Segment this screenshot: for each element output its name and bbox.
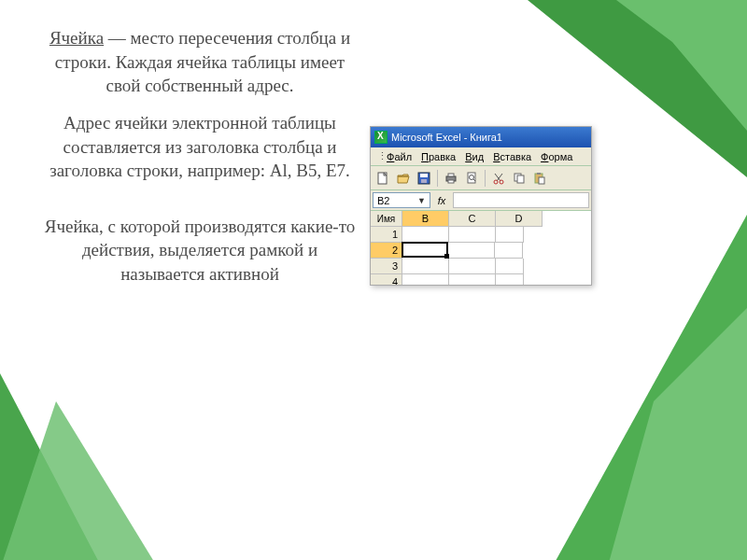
svg-marker-3 xyxy=(616,0,747,131)
cell-D2[interactable] xyxy=(495,243,523,259)
row-header-3[interactable]: 3 xyxy=(371,259,402,274)
row-header-2[interactable]: 2 xyxy=(371,243,402,259)
svg-rect-24 xyxy=(539,177,544,184)
cell-B3[interactable] xyxy=(402,259,449,274)
menu-file[interactable]: Файл xyxy=(382,149,416,164)
column-headers: B C D xyxy=(402,211,591,227)
menu-marker-icon: ⋮ xyxy=(373,148,382,164)
term-cell: Ячейка xyxy=(49,28,104,48)
cell-D4[interactable] xyxy=(496,274,524,286)
menu-edit[interactable]: Правка xyxy=(416,149,460,164)
menu-format[interactable]: Форма xyxy=(536,149,577,164)
cell-B2-active[interactable] xyxy=(402,242,448,258)
print-icon[interactable] xyxy=(442,169,460,188)
cell-C2[interactable] xyxy=(448,243,495,259)
row-header-4[interactable]: 4 xyxy=(371,274,402,286)
cell-B1[interactable] xyxy=(402,227,449,243)
cell-D1[interactable] xyxy=(496,227,524,243)
open-icon[interactable] xyxy=(394,169,413,188)
col-header-B[interactable]: B xyxy=(402,211,449,227)
menu-view[interactable]: Вид xyxy=(460,149,488,164)
preview-icon[interactable] xyxy=(462,169,481,188)
paragraph-1: Ячейка — место пересечения столбца и стр… xyxy=(41,26,359,98)
cell-D3[interactable] xyxy=(496,259,524,274)
dropdown-icon[interactable]: ▼ xyxy=(417,196,426,205)
paragraph-2: Адрес ячейки электронной таблицы составл… xyxy=(41,111,359,183)
cell-B4[interactable] xyxy=(402,274,449,286)
excel-screenshot: Microsoft Excel - Книга1 ⋮ Файл Правка В… xyxy=(370,126,592,286)
toolbar xyxy=(371,166,591,190)
row-header-1[interactable]: 1 xyxy=(371,227,402,243)
cell-C1[interactable] xyxy=(449,227,496,243)
toolbar-separator xyxy=(437,170,438,187)
grid-body: B C D xyxy=(402,211,591,286)
menubar: ⋮ Файл Правка Вид Вставка Форма xyxy=(371,147,591,166)
toolbar-separator xyxy=(485,170,486,187)
svg-rect-9 xyxy=(421,179,427,183)
svg-rect-23 xyxy=(537,173,541,175)
col-header-D[interactable]: D xyxy=(496,211,543,227)
save-icon[interactable] xyxy=(415,169,433,188)
cut-icon[interactable] xyxy=(489,169,508,188)
menu-insert[interactable]: Вставка xyxy=(488,149,536,164)
svg-point-19 xyxy=(500,180,503,184)
cell-C4[interactable] xyxy=(449,274,496,286)
paragraph-3: Ячейка, с которой производятся какие-то … xyxy=(41,215,359,287)
formula-bar: B2 ▼ fx xyxy=(371,190,591,211)
slide-text: Ячейка — место пересечения столбца и стр… xyxy=(41,26,359,300)
fx-icon[interactable]: fx xyxy=(433,192,450,208)
svg-rect-11 xyxy=(448,174,454,176)
formula-input[interactable] xyxy=(453,192,589,208)
paste-icon[interactable] xyxy=(530,169,549,188)
window-title: Microsoft Excel - Книга1 xyxy=(391,132,502,143)
svg-marker-1 xyxy=(0,401,159,560)
titlebar: Microsoft Excel - Книга1 xyxy=(371,127,591,147)
name-box[interactable]: B2 ▼ xyxy=(373,192,430,208)
svg-marker-5 xyxy=(607,308,747,560)
svg-marker-0 xyxy=(0,373,103,560)
grid: Имя 1 2 3 4 B C D xyxy=(371,211,591,286)
namebox-corner[interactable]: Имя xyxy=(371,211,402,227)
svg-rect-12 xyxy=(448,180,454,183)
cell-C3[interactable] xyxy=(449,259,496,274)
copy-icon[interactable] xyxy=(510,169,529,188)
col-header-C[interactable]: C xyxy=(449,211,496,227)
svg-point-18 xyxy=(494,180,498,184)
svg-rect-21 xyxy=(517,175,524,183)
svg-rect-8 xyxy=(420,174,428,177)
cell-reference: B2 xyxy=(377,195,389,206)
excel-app-icon xyxy=(374,131,388,144)
row-headers: Имя 1 2 3 4 xyxy=(371,211,402,286)
new-doc-icon[interactable] xyxy=(374,169,392,188)
